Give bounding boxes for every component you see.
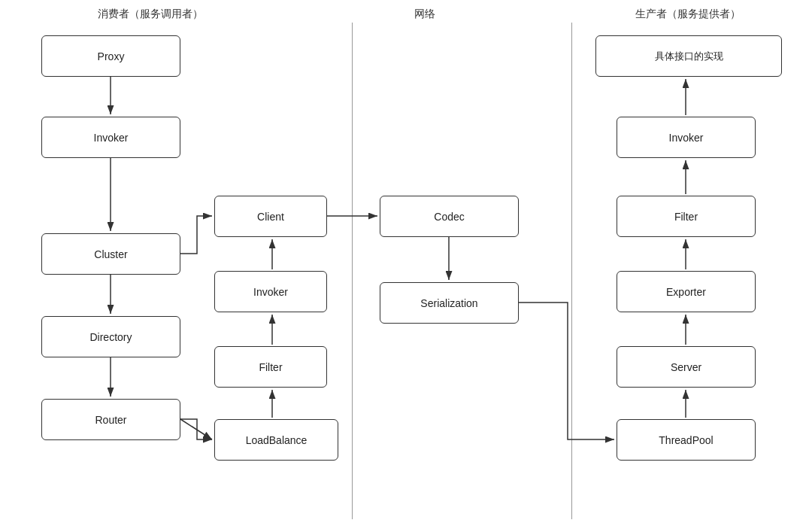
server-node: Server [617, 346, 756, 388]
invoker-consumer-node: Invoker [41, 117, 180, 158]
divider-left [352, 23, 353, 519]
threadpool-node: ThreadPool [617, 419, 756, 461]
section-producer-header: 生产者（服务提供者） [586, 8, 789, 21]
exporter-node: Exporter [617, 271, 756, 312]
directory-node: Directory [41, 316, 180, 357]
impl-node: 具体接口的实现 [595, 35, 782, 77]
cluster-node: Cluster [41, 233, 180, 275]
filter-producer-node: Filter [617, 196, 756, 237]
section-network-header: 网络 [368, 8, 481, 21]
section-consumer-header: 消费者（服务调用者） [45, 8, 256, 21]
diagram-container: 消费者（服务调用者） 网络 生产者（服务提供者） Proxy Invoker C… [0, 0, 812, 523]
divider-right [571, 23, 572, 519]
loadbalance-node: LoadBalance [214, 419, 338, 461]
svg-line-6 [180, 419, 212, 439]
invoker-producer-node: Invoker [617, 117, 756, 158]
filter-mid-node: Filter [214, 346, 327, 388]
client-node: Client [214, 196, 327, 237]
proxy-node: Proxy [41, 35, 180, 77]
serialization-node: Serialization [380, 282, 519, 324]
invoker-mid-node: Invoker [214, 271, 327, 312]
router-node: Router [41, 399, 180, 440]
codec-node: Codec [380, 196, 519, 237]
